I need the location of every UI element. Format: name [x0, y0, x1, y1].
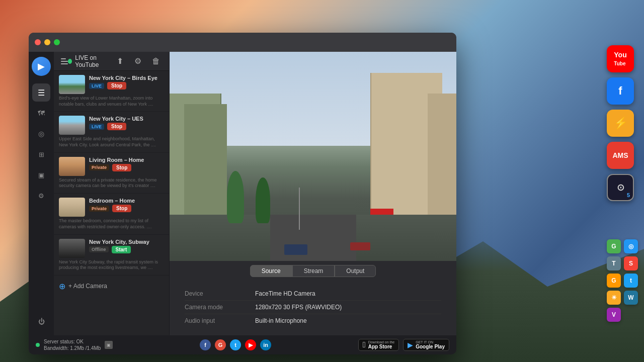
- minimize-button[interactable]: [44, 39, 50, 45]
- camera-name-4: New York City, Subway: [89, 239, 164, 245]
- share-icon[interactable]: ⬆: [114, 55, 126, 67]
- social-facebook[interactable]: f: [200, 339, 211, 350]
- ams-dock-icon[interactable]: AMS: [607, 142, 634, 169]
- camera-item-header: New York City – Birds Eye LIVE Stop: [59, 75, 164, 94]
- status-badge-3: Private: [89, 206, 109, 212]
- live-label: LIVE on YouTube: [75, 54, 114, 68]
- app-store-badge[interactable]:  Download on the App Store: [358, 339, 399, 351]
- tab-output[interactable]: Output: [335, 265, 376, 277]
- app-window: ▶ ☰ 🗺 ◎ ⊞ ▣ ⚙ ⏻: [29, 33, 456, 354]
- camera-item-0[interactable]: New York City – Birds Eye LIVE Stop Bird…: [54, 71, 169, 112]
- camera-list: LIVE on YouTube ⬆ ⚙ 🗑 New York City – Bi…: [54, 52, 170, 335]
- dock-small-9[interactable]: V: [607, 308, 621, 322]
- server-status-line2: Bandwidth: 1.2Mb /1.4Mb: [44, 345, 101, 351]
- dock-small-5[interactable]: G: [607, 274, 621, 288]
- live-indicator: LIVE on YouTube: [68, 54, 114, 68]
- status-badge-2: Private: [89, 164, 109, 170]
- top-bar-right: ⬆ ⚙ 🗑: [114, 55, 162, 67]
- play-store-badge[interactable]: ▶ GET IT ON Google Play: [403, 339, 449, 351]
- camera-name-1: New York City – UES: [89, 116, 164, 122]
- camera-status-row-1: LIVE Stop: [89, 123, 164, 130]
- start-button-4[interactable]: Start: [112, 246, 131, 253]
- dock-small-8[interactable]: W: [624, 291, 638, 305]
- close-button[interactable]: [35, 39, 41, 45]
- camera-desc-3: The master bedroom, connected to my list…: [59, 218, 164, 230]
- status-badge-1: LIVE: [89, 124, 104, 130]
- social-twitter[interactable]: t: [230, 339, 241, 350]
- camera-info-2: Living Room – Home Private Stop: [89, 157, 164, 172]
- sidebar-item-video[interactable]: ▣: [32, 166, 50, 184]
- camera-item-4[interactable]: New York City, Subway Offline Start New …: [54, 235, 169, 276]
- tab-source[interactable]: Source: [250, 265, 292, 277]
- stop-button-0[interactable]: Stop: [107, 82, 126, 89]
- app-store-small: Download on the: [368, 340, 395, 344]
- camera-name-3: Bedroom – Home: [89, 198, 164, 204]
- camera-name-2: Living Room – Home: [89, 157, 164, 163]
- lightning-dock-icon[interactable]: ⚡: [607, 110, 634, 137]
- dock-small-1[interactable]: G: [607, 239, 621, 253]
- delete-icon[interactable]: 🗑: [150, 55, 162, 67]
- app-content: ▶ ☰ 🗺 ◎ ⊞ ▣ ⚙ ⏻: [29, 52, 456, 335]
- dock-cluster: G ◎ T S G t ☀ W V: [607, 239, 638, 322]
- dock-small-4[interactable]: S: [624, 256, 638, 270]
- device-label: Device: [185, 290, 255, 297]
- s5-dock-icon[interactable]: ⊙ 5: [607, 174, 634, 201]
- camera-info-3: Bedroom – Home Private Stop: [89, 198, 164, 213]
- server-status-dot: [36, 343, 40, 347]
- social-googleplus[interactable]: G: [215, 339, 226, 350]
- add-camera-button[interactable]: ⊕ + Add Camera: [54, 276, 169, 297]
- street-scene: [170, 52, 456, 261]
- status-badge-0: LIVE: [89, 83, 104, 89]
- camera-item-3[interactable]: Bedroom – Home Private Stop The master b…: [54, 194, 169, 234]
- add-camera-label: + Add Camera: [68, 283, 107, 290]
- camera-info-1: New York City – UES LIVE Stop: [89, 116, 164, 131]
- live-dot: [68, 59, 72, 64]
- camera-status-row-4: Offline Start: [89, 246, 164, 253]
- camera-thumb-4: [59, 239, 85, 258]
- top-bar-left: [61, 58, 68, 64]
- sidebar-item-settings[interactable]: ⚙: [32, 187, 50, 205]
- dock-small-2[interactable]: ◎: [624, 239, 638, 253]
- audio-input-label: Audio input: [185, 317, 255, 324]
- footer-stores:  Download on the App Store ▶ GET IT ON …: [358, 339, 449, 351]
- camera-thumb-0: [59, 75, 85, 94]
- server-status-line1: Server status: OK: [44, 338, 101, 345]
- tab-stream[interactable]: Stream: [292, 265, 335, 277]
- sidebar-item-list[interactable]: ☰: [32, 83, 50, 102]
- app-logo[interactable]: ▶: [32, 57, 51, 76]
- camera-item-2[interactable]: Living Room – Home Private Stop Secured …: [54, 153, 169, 194]
- sidebar-item-location[interactable]: ◎: [32, 125, 50, 143]
- footer-left: Server status: OK Bandwidth: 1.2Mb /1.4M…: [36, 338, 113, 351]
- social-youtube[interactable]: ▶: [245, 339, 256, 350]
- camera-info-4: New York City, Subway Offline Start: [89, 239, 164, 254]
- camera-thumb-3: [59, 198, 85, 217]
- device-value: FaceTime HD Camera: [255, 290, 315, 297]
- settings-icon[interactable]: ⚙: [132, 55, 144, 67]
- camera-status-row-0: LIVE Stop: [89, 82, 164, 89]
- sidebar-item-browse[interactable]: 🗺: [32, 104, 50, 122]
- camera-info-0: New York City – Birds Eye LIVE Stop: [89, 75, 164, 90]
- social-linkedin[interactable]: in: [260, 339, 271, 350]
- info-row-device: Device FaceTime HD Camera: [185, 287, 441, 301]
- sidebar-item-power[interactable]: ⏻: [32, 312, 50, 330]
- main-area: Source Stream Output Device FaceTime HD …: [170, 52, 456, 335]
- monitor-icon: ▣: [105, 341, 113, 349]
- traffic-lights: [35, 39, 60, 45]
- stop-button-1[interactable]: Stop: [107, 123, 126, 130]
- info-row-audio: Audio input Built-in Microphone: [185, 314, 441, 327]
- info-row-camera-mode: Camera mode 644x362 30 FPS (RAWVIDEO): [185, 301, 441, 314]
- camera-thumb-2: [59, 157, 85, 176]
- dock-small-3[interactable]: T: [607, 256, 621, 270]
- camera-item-1[interactable]: New York City – UES LIVE Stop Upper East…: [54, 112, 169, 152]
- maximize-button[interactable]: [54, 39, 60, 45]
- stop-button-3[interactable]: Stop: [112, 205, 131, 212]
- dock-small-7[interactable]: ☀: [607, 291, 621, 305]
- hamburger-icon[interactable]: [61, 58, 68, 64]
- youtube-dock-icon[interactable]: YouTube: [607, 45, 634, 72]
- sidebar-item-grid[interactable]: ⊞: [32, 145, 50, 163]
- camera-desc-0: Bird's-eye view of Lower Manhattan, zoom…: [59, 96, 164, 107]
- dock-small-6[interactable]: t: [624, 274, 638, 288]
- stop-button-2[interactable]: Stop: [112, 164, 131, 171]
- right-dock: YouTube f ⚡ AMS ⊙ 5: [607, 45, 634, 201]
- facebook-dock-icon[interactable]: f: [607, 77, 634, 105]
